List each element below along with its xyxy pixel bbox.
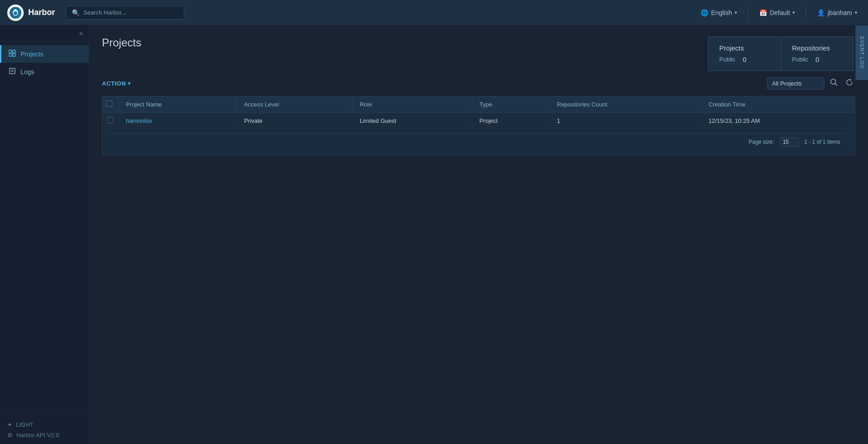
table-header-row: Project Name Access Level Role Type Repo… [102,96,855,113]
user-button[interactable]: 👤 jbanham ▾ [813,7,861,18]
theme-toggle[interactable]: ✦ LIGHT [7,421,81,428]
col-repositories-count: Repositories Count [550,96,701,113]
api-label: Harbor API V2.0 [16,432,59,439]
repositories-public-label: Public [792,56,808,63]
pagination-controls: Page size: 15 25 50 1 - 1 of 1 items [110,133,848,150]
col-project-name: Project Name [119,96,237,113]
action-label: ACTION [102,80,126,87]
topnav-right: 🌐 English ▾ 📅 Default ▾ 👤 jbanham ▾ [697,6,861,19]
sidebar: « Projects [0,25,89,444]
pagination-row: Page size: 15 25 50 1 - 1 of 1 items [102,129,855,155]
projects-label: Projects [20,50,44,58]
refresh-icon [845,78,853,89]
sidebar-collapse-section: « [0,25,89,41]
table-row: hamonitor Private Limited Guest Project … [102,113,855,129]
page-info: 1 - 1 of 1 items [804,139,840,145]
event-log-tab[interactable]: EVENT LOG [855,25,868,80]
search-icon [830,78,838,89]
svg-rect-5 [13,54,15,56]
app-name: Harbor [28,8,55,17]
svg-rect-3 [13,50,15,53]
row-checkbox-cell [102,113,119,129]
pagination-cell: Page size: 15 25 50 1 - 1 of 1 items [102,129,855,155]
page-size-label: Page size: [749,139,774,145]
logs-label: Logs [20,68,34,76]
page-size-select[interactable]: 15 25 50 [780,137,799,146]
calendar-button[interactable]: 📅 Default ▾ [756,7,798,18]
projects-stat-row: Public 0 [719,56,770,63]
sidebar-footer: ✦ LIGHT ⚙ Harbor API V2.0 [0,415,89,444]
row-role: Limited Guest [352,113,472,129]
calendar-chevron-icon: ▾ [792,10,795,15]
svg-rect-6 [10,68,15,74]
svg-point-1 [14,11,17,15]
calendar-label: Default [770,9,790,16]
search-button[interactable] [828,76,840,91]
project-link[interactable]: hamonitor [126,117,152,124]
sidebar-nav: Projects Logs [0,41,89,415]
row-project-name: hamonitor [119,113,237,129]
row-creation-time: 12/15/23, 10:25 AM [701,113,855,129]
table-body: hamonitor Private Limited Guest Project … [102,113,855,129]
refresh-button[interactable] [843,76,855,91]
table-footer: Page size: 15 25 50 1 - 1 of 1 items [102,129,855,155]
project-filter-select[interactable]: All Projects My Projects Public Projects [767,77,824,90]
col-access-level: Access Level [237,96,352,113]
repositories-stat-card: Repositories Public 0 [781,36,853,71]
main-layout: « Projects [0,25,868,444]
table-header: Project Name Access Level Role Type Repo… [102,96,855,113]
globe-icon: 🌐 [701,9,708,16]
sidebar-item-projects[interactable]: Projects [0,45,89,63]
search-box[interactable]: 🔍 Search Harbor... [66,6,184,20]
projects-public-value: 0 [742,56,746,63]
header-checkbox-cell [102,96,119,113]
logs-icon [9,67,16,76]
svg-rect-2 [9,50,12,53]
row-repositories-count: 1 [550,113,701,129]
user-label: jbanham [828,9,852,16]
col-role: Role [352,96,472,113]
select-all-checkbox[interactable] [106,101,112,107]
light-icon: ✦ [7,421,12,428]
col-type: Type [472,96,550,113]
projects-stat-card: Projects Public 0 [708,36,781,71]
svg-line-10 [835,84,838,86]
stats-row: Projects Public 0 Repositories Public 0 [708,36,853,71]
repositories-public-value: 0 [815,56,819,63]
svg-rect-4 [9,54,12,56]
language-chevron-icon: ▾ [735,10,737,15]
toolbar-right: All Projects My Projects Public Projects [767,76,855,91]
collapse-button[interactable]: « [79,29,83,37]
calendar-icon: 📅 [759,9,767,16]
projects-icon [9,50,16,58]
api-link[interactable]: ⚙ Harbor API V2.0 [7,432,81,439]
col-creation-time: Creation Time [701,96,855,113]
projects-table: Project Name Access Level Role Type Repo… [102,96,855,155]
language-button[interactable]: 🌐 English ▾ [697,7,741,18]
event-log-label: EVENT LOG [859,36,865,69]
logo-circle [7,5,24,21]
action-chevron-icon: ▾ [128,81,131,86]
app-logo[interactable]: Harbor [7,5,55,21]
row-checkbox[interactable] [107,117,114,123]
language-label: English [711,9,732,16]
theme-label: LIGHT [16,421,33,428]
search-placeholder: Search Harbor... [83,9,126,16]
projects-public-label: Public [719,56,735,63]
projects-stat-title: Projects [719,44,770,52]
nav-divider-2 [806,6,806,19]
user-icon: 👤 [817,9,825,16]
nav-divider [748,6,748,19]
content-area: Projects Projects Public 0 Repositories … [89,25,868,444]
user-chevron-icon: ▾ [855,10,857,15]
topnav: Harbor 🔍 Search Harbor... 🌐 English ▾ 📅 … [0,0,868,25]
row-access-level: Private [237,113,352,129]
sidebar-item-logs[interactable]: Logs [0,63,89,81]
repositories-stat-row: Public 0 [792,56,842,63]
row-type: Project [472,113,550,129]
toolbar: ACTION ▾ All Projects My Projects Public… [102,76,855,91]
repositories-stat-title: Repositories [792,44,842,52]
action-button[interactable]: ACTION ▾ [102,80,131,87]
search-icon: 🔍 [72,9,80,16]
api-icon: ⚙ [7,432,13,439]
